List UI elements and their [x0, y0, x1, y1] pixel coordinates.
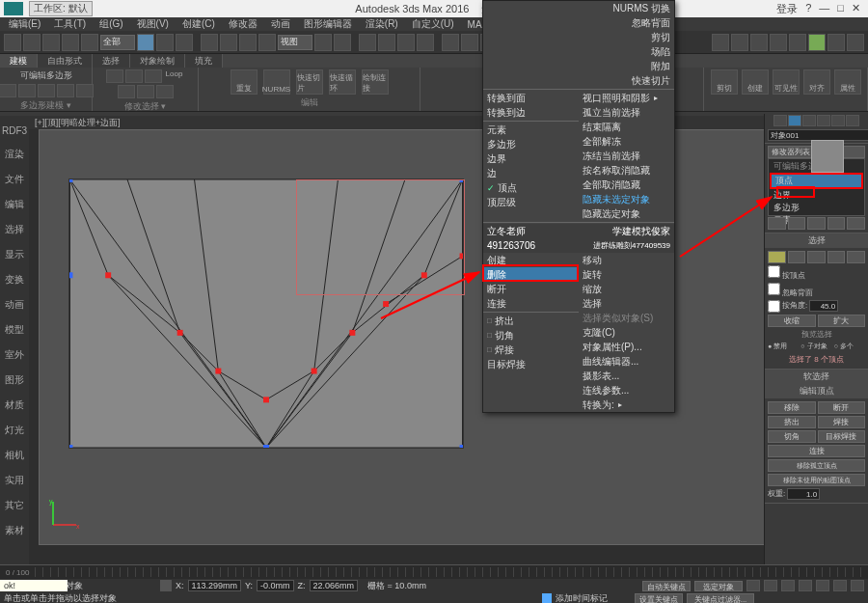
render-frame-button[interactable] — [789, 34, 806, 51]
cm-vp-lighting[interactable]: 视口照明和阴影 — [579, 91, 674, 105]
keyfilter-button[interactable]: 关键点过滤器... — [687, 593, 754, 604]
menu-custom[interactable]: 自定义(U) — [407, 17, 459, 31]
stack-config-button[interactable] — [847, 217, 865, 230]
viewport[interactable]: x y — [39, 129, 858, 545]
help-icon[interactable]: ? — [805, 2, 811, 16]
connect2-button[interactable]: 连接 — [768, 445, 865, 457]
left-tab-11[interactable]: 材质 — [5, 397, 24, 414]
sub-vertex-button[interactable] — [0, 84, 16, 97]
stack-border[interactable]: 边界 — [770, 189, 863, 202]
percent-snap-button[interactable] — [397, 34, 415, 51]
listener-bar[interactable]: ok! — [0, 580, 68, 591]
cm-edge[interactable]: 边 — [483, 166, 579, 180]
stack-remove-button[interactable] — [827, 217, 846, 230]
align-big-button[interactable]: 对齐 — [803, 69, 830, 95]
cm-scale[interactable]: 缩放 — [579, 282, 674, 296]
redo-button[interactable] — [23, 34, 41, 51]
repeat-button[interactable]: 重复 — [231, 69, 258, 95]
cmd-tab-motion[interactable] — [817, 115, 830, 126]
extrude2-button[interactable]: 挤出 — [768, 416, 816, 428]
select-region-button[interactable] — [176, 34, 193, 51]
cm-attach[interactable]: 附加 — [483, 59, 674, 73]
cm-break[interactable]: 断开 — [483, 282, 579, 296]
cm-curve-editor[interactable]: 曲线编辑器... — [579, 354, 674, 369]
cm-vertex[interactable]: 顶点 — [483, 180, 579, 195]
ignore-bf-check[interactable] — [768, 283, 780, 295]
left-tab-0[interactable]: RDF3 — [2, 123, 27, 138]
render-region-button[interactable] — [847, 34, 864, 51]
prev-off-radio[interactable]: 禁用 — [773, 343, 787, 349]
ribbon-tab-objectpaint[interactable]: 对象绘制 — [130, 54, 185, 68]
ribbon-tab-populate[interactable]: 填充 — [185, 54, 223, 68]
move-button[interactable] — [201, 34, 218, 51]
nav-max-button[interactable] — [851, 580, 864, 591]
menu-modifiers[interactable]: 修改器 — [224, 17, 262, 31]
cm-nurms[interactable]: NURMS 切换 — [483, 1, 674, 15]
modify-sel-dropdown[interactable]: 修改选择 ▾ — [124, 100, 167, 113]
nav-orbit-button[interactable] — [833, 580, 847, 591]
left-tab-4[interactable]: 选择 — [5, 221, 24, 238]
selection-filter-select[interactable]: 全部 — [100, 35, 135, 50]
cm-connect[interactable]: 连接 — [483, 296, 579, 311]
sel-tool-1[interactable] — [106, 69, 123, 83]
cm-clone[interactable]: 克隆(C) — [579, 325, 674, 340]
maximize-button[interactable]: □ — [837, 2, 844, 16]
link-button[interactable] — [42, 34, 60, 51]
left-tab-10[interactable]: 图形 — [5, 371, 24, 389]
so-elem-button[interactable] — [847, 251, 865, 263]
cut-big-button[interactable]: 剪切 — [711, 69, 738, 95]
stack-show-button[interactable] — [788, 217, 806, 230]
cm-rotate[interactable]: 旋转 — [579, 267, 674, 282]
ref-coord-button[interactable] — [258, 34, 276, 51]
so-vert-button[interactable] — [768, 251, 786, 263]
stack-vertex[interactable]: 顶点 — [770, 173, 863, 189]
coord-x[interactable]: 113.299mm — [188, 580, 242, 591]
rollout-selection[interactable]: 选择 — [765, 233, 868, 248]
spinner-snap-button[interactable] — [417, 34, 434, 51]
poly-model-dropdown[interactable]: 多边形建模 ▾ — [20, 99, 71, 112]
render-button[interactable] — [808, 34, 826, 51]
prev-sub-radio[interactable]: 子对象 — [807, 343, 827, 349]
left-tab-5[interactable]: 显示 — [5, 246, 24, 263]
remove-iso-button[interactable]: 移除孤立顶点 — [768, 459, 865, 472]
cm-wire-params[interactable]: 连线参数... — [579, 383, 674, 397]
viewcube[interactable] — [811, 140, 844, 173]
sel-tool-2[interactable] — [125, 69, 143, 83]
break2-button[interactable]: 断开 — [818, 401, 866, 414]
loop-button[interactable]: Loop — [164, 69, 185, 83]
menu-animation[interactable]: 动画 — [266, 17, 295, 31]
left-tab-15[interactable]: 其它 — [5, 497, 24, 514]
rotate-button[interactable] — [220, 34, 237, 51]
manipulate-button[interactable] — [334, 34, 351, 51]
cm-hide-sel[interactable]: 隐藏选定对象 — [579, 206, 674, 221]
menu-edit[interactable]: 编辑(E) — [4, 17, 45, 31]
schematic-button[interactable] — [731, 34, 748, 51]
remove-unused-button[interactable]: 移除未使用的贴图顶点 — [768, 474, 865, 486]
cm-cut[interactable]: 剪切 — [483, 30, 674, 44]
cm-polygon[interactable]: 多边形 — [483, 137, 579, 151]
left-tab-13[interactable]: 相机 — [5, 447, 24, 464]
cm-move[interactable]: 移动 — [579, 253, 674, 267]
cm-ignore-bf[interactable]: 忽略背面 — [483, 15, 674, 30]
stack-unique-button[interactable] — [807, 217, 826, 230]
left-tab-3[interactable]: 编辑 — [5, 196, 24, 213]
login-link[interactable]: 登录 — [776, 2, 798, 16]
rollout-softsel[interactable]: 软选择 — [765, 370, 868, 384]
ribbon-tab-modeling[interactable]: 建模 — [0, 54, 38, 68]
menu-view[interactable]: 视图(V) — [132, 17, 174, 31]
material-editor-button[interactable] — [750, 34, 768, 51]
stack-pin-button[interactable] — [768, 217, 786, 230]
bind-spacewarp-button[interactable] — [81, 34, 98, 51]
timeline[interactable]: 0 / 100 — [0, 565, 868, 579]
render-setup-button[interactable] — [770, 34, 787, 51]
weld2-button[interactable]: 焊接 — [818, 416, 866, 428]
left-tab-14[interactable]: 实用 — [5, 472, 24, 489]
cmd-tab-modify[interactable] — [788, 115, 801, 126]
left-tab-1[interactable]: 渲染 — [5, 146, 24, 163]
cm-unhide-all[interactable]: 全部取消隐藏 — [579, 178, 674, 192]
ref-coord-select[interactable]: 视图 — [278, 35, 312, 50]
cm-border[interactable]: 边界 — [483, 151, 579, 166]
play-button[interactable] — [764, 580, 777, 591]
close-button[interactable]: ✕ — [852, 2, 860, 16]
weight-spinner[interactable] — [787, 488, 820, 500]
